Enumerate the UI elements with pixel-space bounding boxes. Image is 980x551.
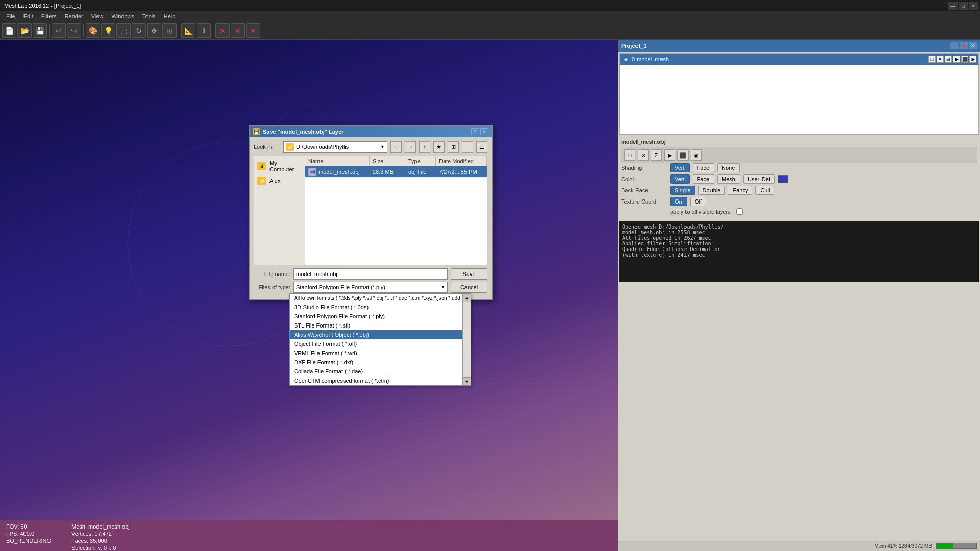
backface-cull-btn[interactable]: Cull [755, 186, 774, 195]
scroll-down-btn[interactable]: ▼ [463, 377, 471, 385]
color-row: Color Vert Face Mesh User-Def [621, 174, 977, 184]
color-vert-btn[interactable]: Vert [670, 174, 690, 184]
nav-view2-btn[interactable]: ≡ [462, 141, 473, 153]
save-button[interactable]: Save [451, 268, 487, 280]
mesh-icon-5[interactable]: ⬛ [677, 149, 689, 161]
filetype-combo[interactable]: Stanford Polygon File Format (*.ply) ▼ [293, 282, 448, 293]
nav-new-folder-btn[interactable]: ★ [433, 141, 445, 153]
layer-action-6[interactable]: ◉ [969, 56, 976, 63]
minimize-button[interactable]: — [948, 2, 958, 10]
texcoord-off-btn[interactable]: Off [690, 197, 706, 206]
layer-action-5[interactable]: ⬛ [961, 56, 968, 63]
shading-none-btn[interactable]: None [717, 163, 740, 172]
mesh-icon-row: □ ✕ Σ ▶ ⬛ ◉ [621, 147, 977, 163]
toolbar-rotate[interactable]: ↻ [132, 23, 146, 38]
right-panel-controls: — 📌 ✕ [950, 42, 977, 49]
menu-filters[interactable]: Filters [37, 12, 61, 20]
layer-action-1[interactable]: □ [928, 56, 936, 63]
dropdown-item-1[interactable]: 3D-Studio File Format ( *.3ds) [290, 303, 471, 312]
maximize-button[interactable]: □ [959, 2, 968, 10]
toolbar-reset[interactable]: ✕ [246, 23, 260, 38]
nav-back-btn[interactable]: ← [390, 141, 402, 153]
nav-view3-btn[interactable]: ☰ [476, 141, 487, 153]
texcoord-on-btn[interactable]: On [670, 197, 687, 206]
layer-item-0[interactable]: ◉ 0 model_mesh □ ✕ ⊞ ▶ ⬛ ◉ [620, 54, 978, 65]
toolbar-select[interactable]: ⬚ [116, 23, 131, 38]
shading-face-btn[interactable]: Face [693, 163, 714, 172]
nav-my-computer[interactable]: 🖥 My Computer [254, 158, 305, 174]
dropdown-item-9[interactable]: OpenCTM compressed format ( *.ctm) [290, 376, 471, 385]
layer-action-3[interactable]: ⊞ [945, 56, 952, 63]
col-header-name[interactable]: Name [305, 156, 370, 166]
toolbar-sep-2 [83, 24, 84, 37]
col-header-size[interactable]: Size [370, 156, 405, 166]
dropdown-item-3[interactable]: STL File Format ( *.stl) [290, 321, 471, 330]
backface-single-btn[interactable]: Single [670, 186, 695, 195]
dropdown-item-2[interactable]: Stanford Polygon File Format ( *.ply) [290, 312, 471, 321]
toolbar-sep-1 [49, 24, 50, 37]
mesh-icon-4[interactable]: ▶ [664, 149, 675, 161]
look-in-combo[interactable]: 📁 D:\Downloads\Phyllis ▼ [283, 141, 387, 153]
nav-alex-folder[interactable]: 📁 Alex [254, 174, 305, 187]
mesh-icon-2[interactable]: ✕ [638, 149, 649, 161]
layer-action-2[interactable]: ✕ [937, 56, 944, 63]
toolbar-delete[interactable]: ✕ [215, 23, 230, 38]
texcoord-label: Texture Coord [621, 198, 667, 205]
mesh-icon-6[interactable]: ◉ [691, 149, 702, 161]
panel-minimize-btn[interactable]: — [950, 42, 959, 49]
toolbar-redo[interactable]: ↪ [67, 23, 81, 38]
panel-pin-btn[interactable]: 📌 [960, 42, 968, 49]
close-button[interactable]: ✕ [969, 2, 978, 10]
menu-windows[interactable]: Windows [107, 12, 138, 20]
toolbar-save[interactable]: 💾 [33, 23, 47, 38]
dropdown-item-5[interactable]: Object File Format ( *.off) [290, 339, 471, 348]
file-row-model-mesh[interactable]: obj model_mesh.obj 28.3 MB obj File 7/27… [305, 166, 487, 178]
dropdown-item-7[interactable]: DXF File Format ( *.dxf) [290, 358, 471, 367]
mesh-icon-3[interactable]: Σ [651, 149, 662, 161]
menu-file[interactable]: File [2, 12, 19, 20]
backface-fancy-btn[interactable]: Fancy [728, 186, 752, 195]
backface-double-btn[interactable]: Double [698, 186, 725, 195]
scroll-up-btn[interactable]: ▲ [463, 294, 471, 302]
toolbar-scale[interactable]: ⊞ [162, 23, 177, 38]
log-line-1: Opened mesh D:/Downloads/Phyllis/ [622, 224, 976, 230]
color-userdef-btn[interactable]: User-Def [743, 174, 775, 184]
toolbar-clear[interactable]: ✕ [231, 23, 245, 38]
nav-up-btn[interactable]: ↑ [419, 141, 430, 153]
menu-view[interactable]: View [87, 12, 108, 20]
dropdown-item-4[interactable]: Alias Wavefront Object ( *.obj) [290, 330, 471, 339]
app-title: MeshLab 2016.12 - [Project_1] [2, 3, 81, 9]
dropdown-item-8[interactable]: Collada File Format ( *.dae) [290, 367, 471, 376]
cancel-button[interactable]: Cancel [451, 282, 487, 293]
toolbar-info[interactable]: ℹ [197, 23, 211, 38]
toolbar-new[interactable]: 📄 [2, 23, 16, 38]
menu-edit[interactable]: Edit [19, 12, 37, 20]
filename-input[interactable] [293, 268, 448, 280]
mesh-icon-1[interactable]: □ [624, 149, 635, 161]
menu-help[interactable]: Help [160, 12, 180, 20]
apply-all-checkbox[interactable] [736, 208, 743, 215]
dropdown-item-6[interactable]: VRML File Format ( *.wrl) [290, 348, 471, 358]
color-swatch[interactable] [778, 175, 788, 183]
dialog-help-btn[interactable]: ? [471, 128, 479, 135]
color-face-btn[interactable]: Face [693, 174, 714, 184]
toolbar-measure[interactable]: 📐 [181, 23, 195, 38]
shading-vert-btn[interactable]: Vert [670, 163, 690, 172]
col-header-date[interactable]: Date Modified [436, 156, 487, 166]
toolbar-open[interactable]: 📂 [17, 23, 32, 38]
panel-close-btn[interactable]: ✕ [969, 42, 977, 49]
nav-forward-btn[interactable]: → [405, 141, 416, 153]
dropdown-item-0[interactable]: All known formats ( *.3ds *.ply *.stl *.… [290, 294, 471, 303]
color-mesh-btn[interactable]: Mesh [717, 174, 740, 184]
toolbar-undo[interactable]: ↩ [52, 23, 66, 38]
menu-render[interactable]: Render [61, 12, 87, 20]
menu-tools[interactable]: Tools [138, 12, 160, 20]
dialog-close-btn[interactable]: ✕ [480, 128, 488, 135]
col-header-type[interactable]: Type [405, 156, 436, 166]
nav-view1-btn[interactable]: ⊞ [448, 141, 459, 153]
toolbar-lights[interactable]: 💡 [101, 23, 115, 38]
status-left: FOV: 60 FPS: 400.0 BO_RENDERING [6, 523, 51, 544]
layer-action-4[interactable]: ▶ [953, 56, 960, 63]
toolbar-move[interactable]: ✥ [147, 23, 161, 38]
toolbar-render[interactable]: 🎨 [86, 23, 100, 38]
